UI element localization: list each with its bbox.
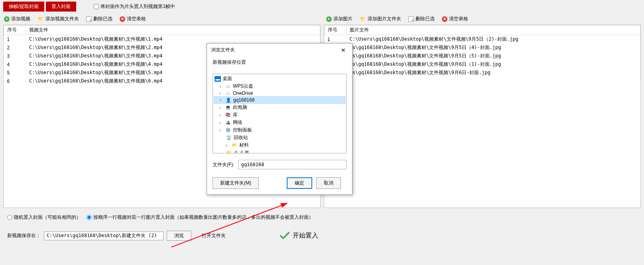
tree-material[interactable]: ›📁材料 [214, 141, 345, 149]
tree-pc[interactable]: ›💻此电脑 [214, 104, 345, 111]
checkbox-insert-first-frame[interactable]: 将封面作为片头置入到视频第1帧中 [94, 3, 175, 10]
clear-icon: ✕ [120, 16, 125, 22]
save-label: 新视频保存在： [7, 232, 41, 239]
table-row[interactable]: rs\gq168168\Desktop\视频素材\文件视频\9月5日（4)-封面… [324, 43, 640, 52]
recycle-icon: 🗑️ [226, 135, 232, 141]
table-row[interactable]: rs\gq168168\Desktop\视频素材\文件视频\9月5日（5)-封面… [324, 52, 640, 60]
clear-video-table-button[interactable]: ✕清空表格 [120, 16, 146, 22]
folder-name-input[interactable] [238, 160, 347, 169]
radio-random[interactable]: 随机置入封面（可能有相同的） [7, 214, 81, 221]
chevron-right-icon[interactable]: › [219, 90, 223, 96]
image-table-panel: 序号 图片文件 1C:\Users\gq168168\Desktop\视频素材\… [324, 25, 641, 208]
add-video-button[interactable]: +添加视频 [4, 16, 30, 22]
plus-icon: + [326, 16, 332, 22]
cancel-button[interactable]: 取消 [316, 177, 341, 189]
chevron-right-icon[interactable]: › [219, 112, 223, 118]
tree-control[interactable]: ›⚙️控制面板 [214, 126, 345, 134]
dialog-title: 浏览文件夹 [211, 47, 235, 53]
network-icon: 🖧 [225, 120, 231, 126]
browse-button[interactable]: 浏览 [167, 231, 191, 241]
dialog-subtitle: 新视频保存位置 [213, 59, 347, 66]
user-icon: 👤 [225, 97, 232, 103]
desktop-icon: ▬ [215, 76, 221, 82]
tree-wps[interactable]: ›☁️WPS云盘 [214, 82, 345, 90]
add-video-folder-button[interactable]: 📁添加视频文件夹 [37, 16, 79, 22]
video-col-seq[interactable]: 序号 [4, 26, 26, 35]
tree-onedrive[interactable]: ›☁️OneDrive [214, 90, 345, 96]
close-icon[interactable]: ✕ [339, 47, 348, 53]
chevron-right-icon[interactable]: › [220, 97, 224, 103]
tab-insert-cover[interactable]: 置入封面 [46, 2, 76, 12]
tree-desktop[interactable]: ▬桌面 [214, 75, 345, 82]
folder-tree[interactable]: ▬桌面 ›☁️WPS云盘 ›☁️OneDrive ›👤gq168168 ›💻此电… [213, 74, 347, 153]
checkbox-label: 将封面作为片头置入到视频第1帧中 [100, 3, 175, 10]
table-row[interactable]: rs\gq168168\Desktop\视频素材\文件视频\9月6日-封面.jp… [324, 69, 640, 77]
chevron-right-icon[interactable]: › [219, 84, 223, 89]
cloud-icon: ☁️ [225, 84, 231, 89]
video-col-file[interactable]: 视频文件 [26, 26, 320, 35]
new-folder-button[interactable]: 新建文件夹(M) [213, 177, 259, 189]
ok-button[interactable]: 确定 [287, 177, 312, 189]
image-col-seq[interactable]: 序号 [324, 26, 346, 35]
tree-network[interactable]: ›🖧网络 [214, 119, 345, 126]
table-row[interactable]: 1C:\Users\gq168168\Desktop\视频素材\文件视频\1.m… [4, 35, 320, 44]
radio-ordered[interactable]: 按顺序一行视频对应一行图片置入封面（如果视频数量比图片数量多的话，多出的视频不会… [87, 214, 313, 221]
tree-lib[interactable]: ›📚库 [214, 111, 345, 119]
tab-extract-cover[interactable]: 抽帧/提取封面 [3, 2, 44, 12]
chevron-right-icon[interactable]: › [219, 120, 223, 126]
chevron-right-icon[interactable]: › [219, 105, 223, 110]
image-col-file[interactable]: 图片文件 [346, 26, 640, 35]
chevron-right-icon[interactable]: › [226, 143, 230, 148]
checkbox-input[interactable] [94, 4, 99, 9]
chevron-right-icon[interactable]: › [219, 128, 223, 133]
table-row[interactable]: 1C:\Users\gq168168\Desktop\视频素材\文件视频\9月5… [324, 35, 640, 44]
add-image-button[interactable]: +添加图片 [326, 16, 353, 22]
clear-icon: ✕ [442, 16, 447, 22]
folder-icon: 📁 [37, 16, 44, 22]
library-icon: 📚 [225, 112, 231, 118]
add-image-folder-button[interactable]: 📁添加图片文件夹 [360, 16, 401, 22]
table-row[interactable]: rs\gq168168\Desktop\视频素材\文件视频\9月6日（1)-封面… [324, 60, 640, 69]
check-icon [280, 232, 290, 240]
tree-more[interactable]: 📁八 八半 [214, 149, 345, 153]
browse-folder-dialog: 浏览文件夹 ✕ 新视频保存位置 ▬桌面 ›☁️WPS云盘 ›☁️OneDrive… [207, 43, 353, 195]
cloud-icon: ☁️ [225, 90, 231, 96]
tree-user[interactable]: ›👤gq168168 [214, 96, 345, 104]
tree-recycle[interactable]: 🗑️回收站 [214, 134, 345, 141]
delete-selected-image-button[interactable]: 删除已选 [408, 16, 435, 22]
folder-label: 文件夹(F): [213, 161, 234, 168]
plus-icon: + [4, 16, 10, 22]
delete-icon [408, 16, 414, 22]
start-button[interactable]: 开始置入 [280, 232, 318, 240]
open-folder-button[interactable]: 打开文件夹 [195, 231, 233, 240]
pc-icon: 💻 [225, 105, 231, 110]
delete-selected-video-button[interactable]: 删除已选 [86, 16, 112, 22]
folder-icon: 📁 [360, 16, 366, 22]
folder-icon: 📁 [226, 150, 232, 154]
save-path-input[interactable] [44, 232, 163, 240]
clear-image-table-button[interactable]: ✕清空表格 [442, 16, 468, 22]
delete-icon [86, 16, 92, 22]
control-icon: ⚙️ [225, 128, 231, 133]
folder-icon: 📁 [231, 143, 238, 148]
